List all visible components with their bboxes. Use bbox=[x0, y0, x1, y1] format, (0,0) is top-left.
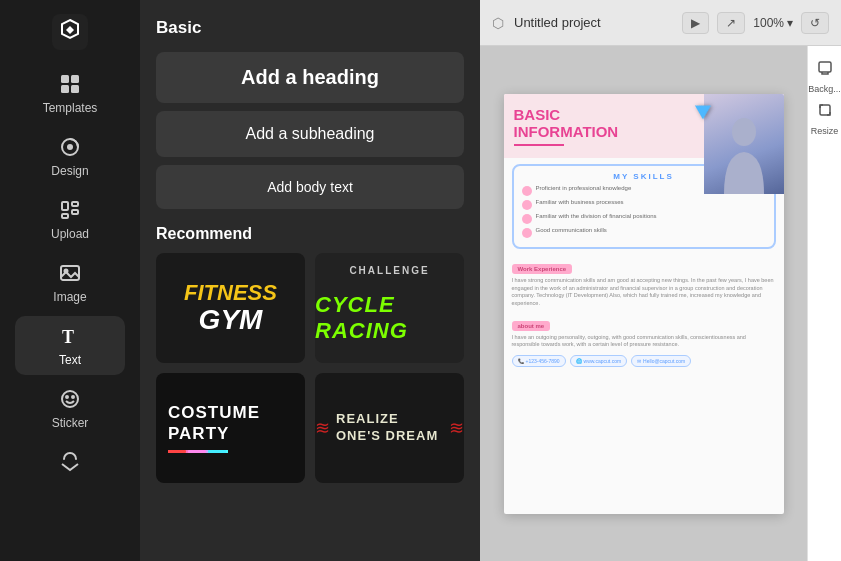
zoom-display: 100% ▾ bbox=[753, 16, 793, 30]
doc-about-text: I have an outgoing personality, outgoing… bbox=[512, 334, 776, 349]
backup-button[interactable] bbox=[811, 54, 839, 82]
svg-rect-1 bbox=[61, 75, 69, 83]
svg-point-15 bbox=[66, 396, 68, 398]
doc-skill-text-3: Familiar with the division of financial … bbox=[536, 213, 657, 221]
doc-web-pill: 🌐 www.capcut.com bbox=[570, 355, 628, 367]
browser-share-button[interactable]: ↗ bbox=[717, 12, 745, 34]
sidebar-item-design[interactable]: Design bbox=[15, 127, 125, 186]
svg-rect-18 bbox=[819, 62, 831, 72]
doc-email-text: Hello@capcut.com bbox=[643, 358, 685, 364]
template-card-fitness-gym[interactable]: FITNESS GYM bbox=[156, 253, 305, 363]
doc-skill-icon-2 bbox=[522, 200, 532, 210]
zoom-chevron-icon: ▾ bbox=[787, 16, 793, 30]
doc-email-pill: ✉ Hello@capcut.com bbox=[631, 355, 691, 367]
cycle-racing-text: CYCLE RACING bbox=[315, 292, 464, 344]
svg-rect-3 bbox=[61, 85, 69, 93]
add-heading-button[interactable]: Add a heading bbox=[156, 52, 464, 103]
sidebar-item-upload-label: Upload bbox=[51, 227, 89, 241]
doc-about-label: about me bbox=[512, 321, 551, 331]
add-body-button[interactable]: Add body text bbox=[156, 165, 464, 209]
doc-skill-row-2: Familiar with business processes bbox=[522, 199, 766, 210]
doc-work-exp-label: Work Experience bbox=[512, 264, 573, 274]
add-subheading-button[interactable]: Add a subheading bbox=[156, 111, 464, 157]
sidebar: Templates Design Upload bbox=[0, 0, 140, 561]
image-icon bbox=[58, 261, 82, 285]
text-icon: T bbox=[58, 324, 82, 348]
doc-web-text: www.capcut.com bbox=[584, 358, 622, 364]
email-icon: ✉ bbox=[637, 358, 641, 364]
canvas-main[interactable]: BASIC INFORMATION MY SKILLS Proficient i… bbox=[480, 46, 807, 561]
sidebar-item-templates-label: Templates bbox=[43, 101, 98, 115]
costume-party-decoration bbox=[168, 450, 228, 453]
doc-title-divider bbox=[514, 144, 564, 146]
costume-party-text: COSTUME PARTY bbox=[168, 403, 293, 444]
browser-controls: ▶ ↗ 100% ▾ ↺ bbox=[682, 12, 829, 34]
doc-skill-icon-3 bbox=[522, 214, 532, 224]
fitness-text: FITNESS GYM bbox=[184, 281, 277, 336]
svg-rect-9 bbox=[72, 210, 78, 214]
zoom-value: 100% bbox=[753, 16, 784, 30]
realize-right-wing-icon: ≋ bbox=[449, 417, 464, 439]
doc-skill-icon-1 bbox=[522, 186, 532, 196]
backup-label: Backg... bbox=[808, 84, 841, 94]
sidebar-item-sticker-label: Sticker bbox=[52, 416, 89, 430]
sidebar-item-image-label: Image bbox=[53, 290, 86, 304]
doc-skill-row-4: Good communication skills bbox=[522, 227, 766, 238]
svg-point-16 bbox=[72, 396, 74, 398]
browser-undo-button[interactable]: ↺ bbox=[801, 12, 829, 34]
svg-rect-8 bbox=[72, 202, 78, 206]
svg-point-14 bbox=[62, 391, 78, 407]
sidebar-item-more[interactable] bbox=[15, 442, 125, 482]
sidebar-item-text[interactable]: T Text bbox=[15, 316, 125, 375]
doc-work-exp-text: I have strong communication skills and a… bbox=[512, 277, 776, 308]
web-icon: 🌐 bbox=[576, 358, 582, 364]
phone-icon: 📞 bbox=[518, 358, 524, 364]
svg-point-17 bbox=[732, 118, 756, 146]
realize-dream-text: REALIZE ONE'S DREAM bbox=[336, 411, 443, 445]
svg-text:T: T bbox=[62, 327, 74, 347]
fitness-line2: GYM bbox=[184, 305, 277, 336]
browser-play-button[interactable]: ▶ bbox=[682, 12, 709, 34]
browser-chrome: ⬡ Untitled project ▶ ↗ 100% ▾ ↺ bbox=[480, 0, 841, 46]
doc-skill-icon-4 bbox=[522, 228, 532, 238]
sidebar-item-sticker[interactable]: Sticker bbox=[15, 379, 125, 438]
fitness-line1: FITNESS bbox=[184, 281, 277, 305]
realize-content: ≋ REALIZE ONE'S DREAM ≋ bbox=[315, 411, 464, 445]
right-strip-panel: Backg... Resize bbox=[807, 46, 841, 561]
browser-title: Untitled project bbox=[514, 15, 672, 30]
svg-point-6 bbox=[67, 144, 73, 150]
resize-button[interactable] bbox=[811, 96, 839, 124]
template-grid: FITNESS GYM Challenge CYCLE RACING COSTU… bbox=[156, 253, 464, 483]
recommend-section-title: Recommend bbox=[156, 225, 464, 243]
svg-rect-10 bbox=[62, 214, 68, 218]
sticker-icon bbox=[58, 387, 82, 411]
sidebar-item-image[interactable]: Image bbox=[15, 253, 125, 312]
sidebar-item-upload[interactable]: Upload bbox=[15, 190, 125, 249]
middle-panel: Basic Add a heading Add a subheading Add… bbox=[140, 0, 480, 561]
canvas-area: BASIC INFORMATION MY SKILLS Proficient i… bbox=[480, 46, 841, 561]
browser-area: ⬡ Untitled project ▶ ↗ 100% ▾ ↺ bbox=[480, 0, 841, 561]
sidebar-item-design-label: Design bbox=[51, 164, 88, 178]
svg-rect-4 bbox=[71, 85, 79, 93]
doc-phone-text: +123-456-7890 bbox=[526, 358, 560, 364]
doc-photo-area bbox=[704, 94, 784, 194]
doc-skill-text-1: Proficient in professional knowledge bbox=[536, 185, 632, 193]
basic-section-title: Basic bbox=[156, 18, 464, 38]
grid-icon bbox=[58, 72, 82, 96]
sidebar-item-templates[interactable]: Templates bbox=[15, 64, 125, 123]
svg-rect-7 bbox=[62, 202, 68, 210]
svg-rect-19 bbox=[820, 105, 830, 115]
doc-phone-pill: 📞 +123-456-7890 bbox=[512, 355, 566, 367]
template-card-costume-party[interactable]: COSTUME PARTY bbox=[156, 373, 305, 483]
design-icon bbox=[58, 135, 82, 159]
canvas-document: BASIC INFORMATION MY SKILLS Proficient i… bbox=[504, 94, 784, 514]
realize-left-wing-icon: ≋ bbox=[315, 417, 330, 439]
cycle-challenge-label: Challenge bbox=[315, 265, 464, 276]
more-icon bbox=[58, 450, 82, 474]
template-card-realize-dream[interactable]: ≋ REALIZE ONE'S DREAM ≋ bbox=[315, 373, 464, 483]
svg-rect-2 bbox=[71, 75, 79, 83]
sidebar-item-text-label: Text bbox=[59, 353, 81, 367]
browser-favicon-icon: ⬡ bbox=[492, 15, 504, 31]
doc-contact-row: 📞 +123-456-7890 🌐 www.capcut.com ✉ Hello… bbox=[512, 355, 776, 367]
template-card-cycle-racing[interactable]: Challenge CYCLE RACING bbox=[315, 253, 464, 363]
